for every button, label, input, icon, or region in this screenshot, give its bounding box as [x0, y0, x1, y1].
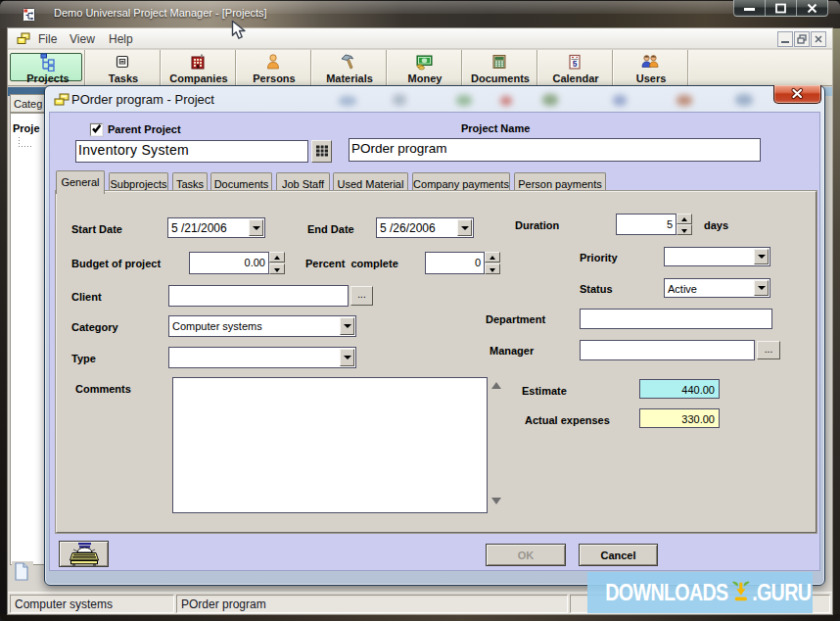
svg-text:5: 5	[572, 59, 577, 69]
